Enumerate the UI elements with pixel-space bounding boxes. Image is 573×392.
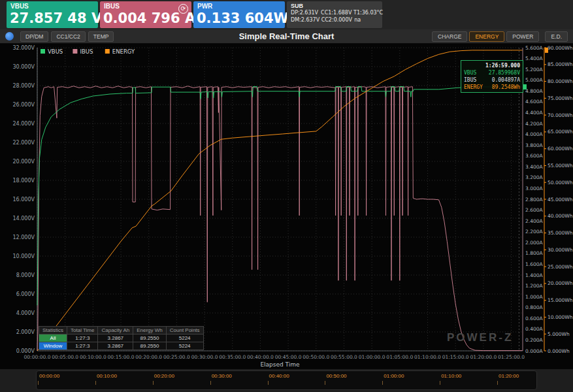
sub-line1: DP:2.631V CC1:1.688V T1:36.03°C — [287, 9, 382, 16]
cc2-value: CC2:0.000V — [321, 16, 355, 24]
svg-text:00:55:00.0: 00:55:00.0 — [331, 354, 357, 360]
dm-value: DM:2.637V — [291, 16, 321, 24]
tab-temp[interactable]: TEMP — [88, 31, 114, 42]
svg-text:18.000V: 18.000V — [13, 178, 35, 184]
navigator-time-label: 00:20:00 — [154, 373, 174, 379]
svg-text:0.000V: 0.000V — [16, 348, 35, 354]
stats-row-all: All 1:27:3 3.2867 89.2550 5224 — [39, 335, 204, 342]
svg-text:32.000V: 32.000V — [13, 45, 35, 51]
x-axis-labels: 00:00:00.000:05:00.000:10:00.000:15:00.0… — [24, 354, 525, 360]
svg-text:0.800A: 0.800A — [525, 304, 543, 310]
navigator-tick — [95, 381, 96, 385]
svg-text:0.400A: 0.400A — [525, 326, 543, 332]
svg-text:3.800A: 3.800A — [525, 142, 543, 148]
mode-power-button[interactable]: POWER — [506, 31, 539, 42]
svg-text:00:10:00.0: 00:10:00.0 — [80, 354, 106, 360]
svg-text:00:20:00.0: 00:20:00.0 — [135, 354, 162, 360]
svg-text:0.200A: 0.200A — [525, 337, 543, 343]
mode-charge-button[interactable]: CHARGE — [432, 31, 467, 42]
stats-all-selector[interactable]: All — [39, 335, 67, 342]
pwr-value: 0.133 604W — [193, 10, 285, 26]
svg-text:28.000V: 28.000V — [13, 83, 35, 89]
readout-ibus: IBUS 0.004897A — [464, 76, 520, 84]
navigator-tick — [325, 381, 325, 385]
navigator-tick — [210, 381, 211, 385]
svg-text:70.000Wh: 70.000Wh — [548, 112, 573, 118]
tab-cc1cc2[interactable]: CC1/CC2 — [51, 31, 85, 42]
svg-text:ENERGY: ENERGY — [112, 48, 135, 55]
navigator-time-label: 00:50:00 — [326, 373, 346, 379]
vbus-panel: VBUS 27.857 48 V — [7, 1, 98, 28]
svg-text:14.000V: 14.000V — [13, 216, 35, 221]
y-axis-energy-labels: 0.000Wh5.000Wh10.000Wh15.000Wh20.000Wh25… — [544, 45, 573, 354]
mode-energy-button[interactable]: ENERGY — [469, 31, 504, 42]
tab-dpdm[interactable]: DP/DM — [20, 31, 48, 42]
navigator-time-label: 01:20:00 — [499, 373, 519, 379]
statistics-table: Statistics Total Time Capacity Ah Energy… — [39, 326, 204, 350]
app-logo-icon[interactable] — [5, 32, 14, 41]
svg-text:5.200A: 5.200A — [525, 67, 543, 73]
navigator-tick — [268, 381, 269, 385]
page-title: Simple Real-Time Chart — [239, 31, 335, 41]
svg-text:00:30:00.0: 00:30:00.0 — [191, 354, 218, 360]
chart-grid — [37, 48, 523, 351]
svg-text:01:05:00.0: 01:05:00.0 — [386, 354, 413, 360]
value-readout-box: 1:26:59.000 VBUS 27.859968V IBUS 0.00489… — [461, 60, 523, 93]
svg-text:0.000A: 0.000A — [525, 348, 543, 354]
readout-time: 1:26:59.000 — [464, 62, 520, 69]
chart-legend: VBUSIBUSENERGY — [41, 48, 135, 55]
svg-text:10.000V: 10.000V — [13, 253, 35, 259]
svg-text:4.200A: 4.200A — [525, 121, 543, 127]
svg-text:30.000Wh: 30.000Wh — [548, 247, 573, 253]
svg-text:VBUS: VBUS — [48, 48, 63, 55]
navigator-time-label: 00:00:00 — [39, 373, 59, 379]
svg-text:35.000Wh: 35.000Wh — [548, 230, 573, 236]
svg-text:4.800A: 4.800A — [525, 88, 543, 94]
svg-text:55.000Wh: 55.000Wh — [548, 163, 573, 169]
navigator-time-label: 00:30:00 — [212, 373, 232, 379]
svg-text:1.400A: 1.400A — [525, 272, 543, 278]
stats-row-window: Window 1:27:3 3.2867 89.2550 5224 — [39, 342, 204, 350]
svg-text:15.000Wh: 15.000Wh — [548, 297, 573, 303]
svg-text:01:00:00.0: 01:00:00.0 — [359, 354, 385, 360]
series-energy-line — [37, 50, 523, 351]
svg-text:5.000A: 5.000A — [525, 77, 543, 83]
readout-energy: ENERGY 89.2548Wh — [464, 84, 520, 91]
svg-text:20.000V: 20.000V — [13, 159, 35, 165]
svg-text:IBUS: IBUS — [80, 48, 93, 55]
vbus-label: VBUS — [7, 1, 98, 10]
svg-text:5.000Wh: 5.000Wh — [548, 331, 570, 337]
t1-value: T1:36.03°C — [353, 9, 382, 16]
svg-text:Elapsed Time: Elapsed Time — [260, 361, 300, 368]
energy-axis-marker — [545, 48, 548, 53]
svg-text:4.400A: 4.400A — [525, 110, 543, 116]
navigator-tick — [497, 381, 498, 385]
svg-text:8.000V: 8.000V — [16, 272, 35, 278]
svg-text:01:15:00.0: 01:15:00.0 — [442, 354, 469, 360]
svg-text:4.000V: 4.000V — [16, 310, 35, 316]
mode-ed-button[interactable]: E.D. — [545, 31, 568, 42]
voltage-axis-marker — [523, 84, 527, 90]
svg-text:01:25:00.0: 01:25:00.0 — [498, 354, 525, 360]
stats-window-selector[interactable]: Window — [39, 342, 67, 350]
pwr-label: PWR — [193, 1, 285, 10]
ibus-value: 0.004 796 A — [100, 10, 191, 26]
svg-text:80.000Wh: 80.000Wh — [548, 78, 573, 84]
svg-text:4.000A: 4.000A — [525, 131, 543, 137]
svg-text:2.000A: 2.000A — [525, 240, 543, 246]
svg-text:00:25:00.0: 00:25:00.0 — [163, 354, 190, 360]
svg-text:00:50:00.0: 00:50:00.0 — [303, 354, 329, 360]
svg-text:16.000V: 16.000V — [13, 197, 35, 203]
timeline-navigator[interactable]: 00:00:0000:10:0000:20:0000:30:0000:40:00… — [36, 370, 537, 390]
svg-text:3.600A: 3.600A — [525, 153, 543, 159]
svg-text:65.000Wh: 65.000Wh — [548, 129, 573, 135]
svg-text:0.000Wh: 0.000Wh — [548, 348, 570, 354]
svg-text:00:05:00.0: 00:05:00.0 — [52, 354, 78, 360]
sub-line2: DM:2.637V CC2:0.000V na — [287, 16, 382, 24]
svg-text:24.000V: 24.000V — [13, 121, 35, 127]
svg-text:01:20:00.0: 01:20:00.0 — [470, 354, 497, 360]
navigator-tick — [440, 381, 440, 385]
svg-text:6.000V: 6.000V — [16, 291, 35, 297]
auto-range-icon[interactable]: ⟳ — [178, 4, 188, 14]
cc1-value: CC1:1.688V — [321, 9, 353, 16]
